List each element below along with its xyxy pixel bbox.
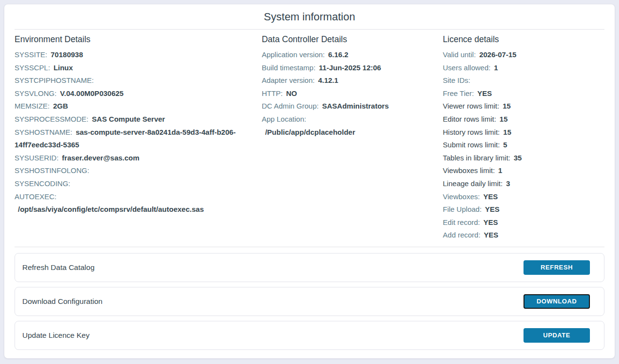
info-label: SYSVLONG: [15,89,57,97]
info-row: File Upload:YES [443,203,598,216]
info-label: AUTOEXEC: [15,192,56,201]
info-label: SYSENCODING: [15,179,70,188]
app-location-path: /Public/app/dcplaceholder [262,126,436,139]
info-row: Add record:YES [443,229,598,242]
autoexec-path: /opt/sas/viya/config/etc/compsrv/default… [15,203,255,216]
info-value: V.04.00M0P030625 [60,89,124,97]
info-value: NO [286,89,297,97]
info-value: 3 [506,179,510,188]
info-value: YES [483,192,498,201]
info-label: Viewer rows limit: [443,102,499,110]
info-value: 11-Jun-2025 12:06 [319,63,381,72]
info-row: Lineage daily limit:3 [443,177,598,190]
info-label: MEMSIZE: [15,102,50,110]
info-value: 15 [503,128,511,136]
info-value: 15 [500,115,508,123]
info-value: fraser.dever@sas.com [62,154,140,162]
info-row: SYSPROCESSMODE:SAS Compute Server [15,113,255,126]
info-label: SYSSITE: [15,50,48,59]
info-row: Editor rows limit:15 [443,113,598,126]
action-refresh-data-catalog: Refresh Data Catalog REFRESH [15,253,604,282]
info-label: History rows limit: [443,128,500,136]
info-value: YES [485,205,500,213]
info-label: SYSTCPIPHOSTNAME: [15,76,94,84]
info-row: Application version:6.16.2 [262,48,436,62]
info-value: 6.16.2 [328,50,349,59]
info-label: Build timestamp: [262,63,316,72]
info-value: 70180938 [51,50,83,59]
info-value: 1 [494,63,498,72]
info-row: DC Admin Group:SASAdministrators [262,100,436,113]
info-label: Lineage daily limit: [443,179,503,188]
info-value: Linux [53,63,73,72]
info-value: 35 [514,154,522,162]
info-label: Valid until: [443,50,476,59]
action-download-configuration: Download Configuration DOWNLOAD [15,287,604,316]
section-title-environment: Environment Details [15,34,255,45]
action-label: Update Licence Key [22,331,90,340]
info-row: Tables in library limit:35 [443,152,598,165]
info-label: Viewboxes: [443,192,480,201]
info-value: 15 [503,102,511,110]
info-label: Add record: [443,231,481,239]
info-label: Viewboxes limit: [443,166,495,174]
info-label: DC Admin Group: [262,102,319,110]
section-title-licence: Licence details [443,34,598,45]
info-value: 1 [498,166,502,174]
info-row: Build timestamp:11-Jun-2025 12:06 [262,62,436,75]
info-row: Adapter version:4.12.1 [262,74,436,87]
info-label: Submit rows limit: [443,141,500,149]
info-row: SYSUSERID:fraser.dever@sas.com [15,152,255,165]
info-label: SYSUSERID: [15,154,59,162]
info-label: Application version: [262,50,325,59]
info-label: Users allowed: [443,63,491,72]
info-row: SYSENCODING: [15,177,255,190]
info-row: SYSHOSTINFOLONG: [15,164,255,177]
update-button[interactable]: UPDATE [524,328,590,343]
action-label: Refresh Data Catalog [22,263,95,272]
info-value: YES [484,231,498,239]
licence-details-section: Licence details Valid until:2026-07-15 U… [443,32,604,242]
info-label: Editor rows limit: [443,115,496,123]
info-label: SYSPROCESSMODE: [15,115,89,123]
info-label: SYSSCPL: [15,63,50,72]
info-label: Free Tier: [443,89,474,97]
system-information-card: System information Environment Details S… [4,4,615,359]
info-row: SYSSCPL:Linux [15,62,255,75]
info-label: SYSHOSTINFOLONG: [15,166,89,174]
info-row: History rows limit:15 [443,126,598,139]
section-title-data-controller: Data Controller Details [262,34,436,45]
data-controller-details-section: Data Controller Details Application vers… [262,32,443,242]
details-columns: Environment Details SYSSITE:70180938 SYS… [11,32,608,242]
info-row: SYSSITE:70180938 [15,48,255,62]
info-row: Valid until:2026-07-15 [443,48,598,62]
info-value: 2GB [53,102,68,110]
info-value: 5 [503,141,507,149]
info-row: SYSTCPIPHOSTNAME: [15,74,255,87]
info-row: Viewboxes limit:1 [443,164,598,177]
info-value: YES [483,218,498,226]
info-row: Viewboxes:YES [443,190,598,204]
info-label: App Location: [262,115,306,123]
info-label: Tables in library limit: [443,154,510,162]
page-title: System information [15,11,604,30]
info-label: Edit record: [443,218,480,226]
info-row: Users allowed:1 [443,62,598,75]
info-value: YES [477,89,492,97]
environment-details-section: Environment Details SYSSITE:70180938 SYS… [15,32,262,242]
actions-divider [15,247,604,247]
action-label: Download Configuration [22,297,102,306]
download-button[interactable]: DOWNLOAD [524,294,590,309]
info-label: File Upload: [443,205,482,213]
info-label: Site IDs: [443,76,471,84]
info-label: SYSHOSTNAME: [15,128,72,136]
info-row: App Location: [262,113,436,126]
refresh-button[interactable]: REFRESH [524,260,590,275]
info-row: MEMSIZE:2GB [15,100,255,113]
info-row: Free Tier:YES [443,87,598,100]
info-row: Edit record:YES [443,216,598,229]
info-value: SASAdministrators [322,102,389,110]
info-value: 4.12.1 [318,76,338,84]
info-value: SAS Compute Server [92,115,165,123]
info-row: SYSVLONG:V.04.00M0P030625 [15,87,255,100]
